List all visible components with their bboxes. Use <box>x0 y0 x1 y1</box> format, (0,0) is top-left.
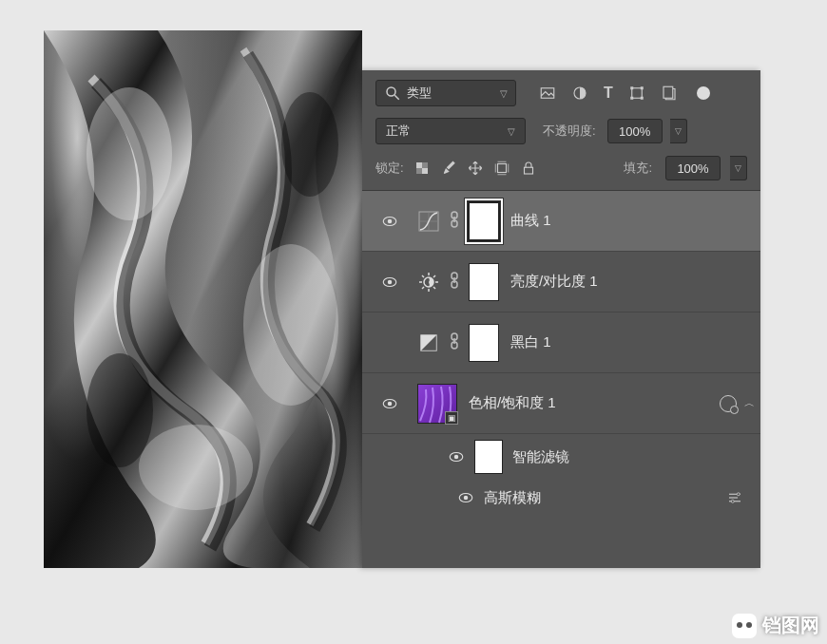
text-filter-icon[interactable]: T <box>604 85 613 102</box>
watermark-text: 铛图网 <box>762 613 819 638</box>
svg-rect-15 <box>664 86 673 98</box>
svg-rect-20 <box>497 164 506 173</box>
svg-point-5 <box>281 92 338 197</box>
svg-point-35 <box>388 279 393 284</box>
layer-blackwhite[interactable]: 黑白 1 <box>362 313 760 373</box>
chevron-down-icon: ▽ <box>500 88 508 99</box>
fill-value: 100% <box>677 161 708 176</box>
svg-point-55 <box>454 455 459 460</box>
lock-fill-row: 锁定: 填充: 100% ▽ <box>362 152 760 191</box>
brightness-icon <box>417 271 440 294</box>
opacity-dropdown[interactable]: ▽ <box>670 119 687 143</box>
svg-rect-11 <box>630 86 633 89</box>
layer-name: 色相/饱和度 1 <box>469 394 556 412</box>
svg-rect-18 <box>422 162 428 168</box>
filter-type-select[interactable]: 类型 ▽ <box>375 80 516 106</box>
document-canvas[interactable] <box>44 30 362 568</box>
filter-options-icon[interactable] <box>726 489 743 506</box>
watermark: 铛图网 <box>732 613 819 638</box>
svg-point-2 <box>243 244 338 406</box>
opacity-field[interactable]: 100% <box>607 119 663 143</box>
lock-label: 锁定: <box>375 160 404 177</box>
svg-point-62 <box>731 500 734 502</box>
shape-filter-icon[interactable] <box>628 85 645 102</box>
svg-rect-16 <box>416 162 422 168</box>
smart-filter-item[interactable]: 高斯模糊 <box>362 480 760 516</box>
watermark-icon <box>732 614 757 638</box>
filter-mask[interactable] <box>474 440 503 474</box>
opacity-value: 100% <box>619 124 650 139</box>
layer-huesat[interactable]: ▣ 色相/饱和度 1 ︿ <box>362 373 760 434</box>
svg-point-27 <box>388 218 393 223</box>
fill-label: 填充: <box>624 160 652 177</box>
opacity-label: 不透明度: <box>543 123 596 140</box>
layer-curves[interactable]: 曲线 1 <box>362 191 760 252</box>
svg-rect-12 <box>641 86 644 89</box>
filter-effects-icon[interactable] <box>720 395 737 412</box>
layer-filter-row: 类型 ▽ T <box>362 70 760 114</box>
layers-list: 曲线 1 亮度/对比度 1 黑白 1 <box>362 191 760 568</box>
image-filter-icon[interactable] <box>539 85 556 102</box>
adjustment-filter-icon[interactable] <box>571 85 588 102</box>
layer-name: 亮度/对比度 1 <box>510 273 598 291</box>
layer-name: 黑白 1 <box>510 333 551 351</box>
visibility-icon[interactable] <box>448 448 465 465</box>
smart-filters-header[interactable]: 智能滤镜 <box>362 434 760 480</box>
svg-point-53 <box>388 401 393 406</box>
link-icon[interactable] <box>448 272 461 292</box>
fill-dropdown[interactable]: ▽ <box>730 156 747 180</box>
svg-point-4 <box>87 353 153 467</box>
layer-mask[interactable] <box>469 263 499 301</box>
layer-mask[interactable] <box>469 324 499 362</box>
svg-point-1 <box>87 87 172 220</box>
svg-line-41 <box>422 275 424 277</box>
visibility-icon[interactable] <box>457 489 474 506</box>
svg-point-6 <box>387 87 395 96</box>
smart-filters-label: 智能滤镜 <box>512 448 569 466</box>
smartobject-filter-icon[interactable] <box>661 85 678 102</box>
visibility-icon[interactable] <box>381 395 398 412</box>
lock-all-icon[interactable] <box>520 160 537 177</box>
fill-field[interactable]: 100% <box>665 156 721 180</box>
layer-brightness[interactable]: 亮度/对比度 1 <box>362 252 760 313</box>
svg-point-61 <box>737 493 740 496</box>
layer-name: 曲线 1 <box>510 212 551 230</box>
svg-rect-10 <box>632 88 643 99</box>
lock-position-icon[interactable] <box>467 160 484 177</box>
svg-line-43 <box>422 287 424 289</box>
blackwhite-icon <box>417 331 440 354</box>
lock-transparent-icon[interactable] <box>414 160 431 177</box>
svg-rect-13 <box>630 97 633 100</box>
curves-icon <box>417 210 440 233</box>
svg-line-44 <box>433 275 435 277</box>
svg-point-57 <box>464 496 469 501</box>
visibility-icon[interactable] <box>381 213 398 230</box>
chevron-down-icon: ▽ <box>508 126 515 137</box>
blend-mode-value: 正常 <box>386 123 411 140</box>
smartobject-thumbnail[interactable]: ▣ <box>417 384 457 424</box>
filter-name: 高斯模糊 <box>484 489 541 507</box>
svg-point-3 <box>139 425 253 510</box>
filter-toggle[interactable] <box>697 86 710 100</box>
svg-rect-14 <box>641 97 644 100</box>
filter-type-label: 类型 <box>407 85 432 102</box>
blend-opacity-row: 正常 ▽ 不透明度: 100% ▽ <box>362 114 760 152</box>
search-icon <box>384 85 401 102</box>
link-icon[interactable] <box>448 211 461 231</box>
svg-rect-19 <box>416 168 422 174</box>
svg-rect-25 <box>524 167 532 174</box>
layer-mask[interactable] <box>469 202 499 240</box>
layers-panel: 类型 ▽ T 正常 ▽ 不透明度: 100% ▽ 锁定: <box>362 70 760 568</box>
svg-rect-17 <box>422 168 428 174</box>
lock-brush-icon[interactable] <box>440 160 457 177</box>
chevron-up-icon[interactable]: ︿ <box>744 396 755 410</box>
svg-line-7 <box>394 95 399 100</box>
link-icon[interactable] <box>448 332 461 352</box>
visibility-icon[interactable] <box>381 274 398 291</box>
svg-line-42 <box>433 287 435 289</box>
blend-mode-select[interactable]: 正常 ▽ <box>375 118 526 144</box>
smartobject-badge-icon: ▣ <box>445 411 458 425</box>
lock-artboard-icon[interactable] <box>493 160 510 177</box>
